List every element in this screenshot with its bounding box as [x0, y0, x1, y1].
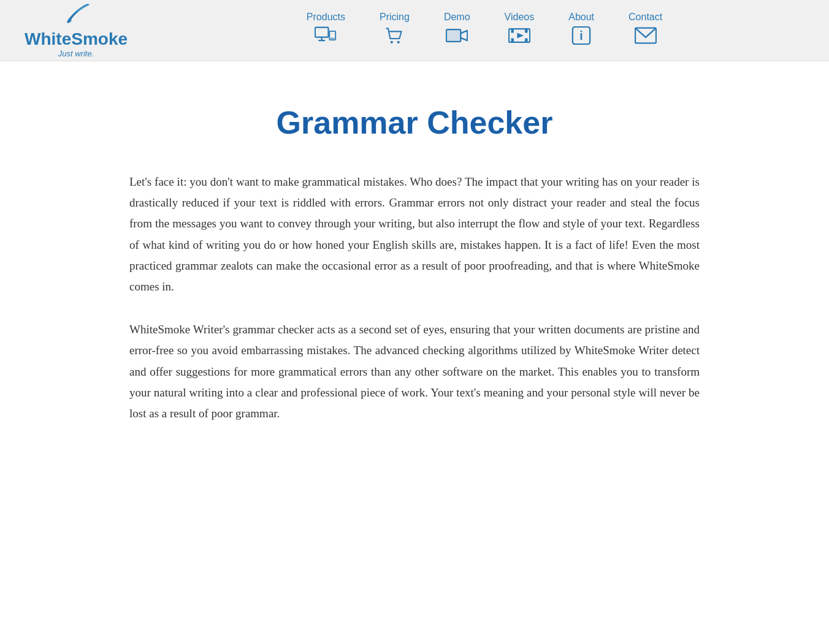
- nav-item-contact[interactable]: Contact: [611, 4, 679, 56]
- logo-name: WhiteSmoke: [25, 29, 128, 49]
- videos-icon: [508, 26, 530, 49]
- main-nav: Products Pricing: [164, 4, 804, 56]
- svg-text:i: i: [579, 29, 583, 42]
- logo-icon: [61, 2, 91, 27]
- svg-rect-13: [525, 39, 528, 42]
- site-header: WhiteSmoke Just write. Products Pricing: [0, 0, 829, 61]
- nav-item-pricing[interactable]: Pricing: [362, 4, 427, 56]
- svg-rect-12: [525, 29, 528, 32]
- demo-icon: [446, 26, 468, 49]
- svg-point-5: [391, 41, 393, 44]
- svg-rect-0: [315, 28, 329, 37]
- logo-tagline: Just write.: [58, 49, 94, 58]
- about-icon: i: [570, 26, 592, 49]
- svg-rect-7: [446, 29, 460, 42]
- paragraph-1: Let's face it: you don't want to make gr…: [129, 172, 700, 297]
- pricing-icon: [383, 26, 405, 49]
- svg-marker-14: [517, 33, 524, 39]
- contact-icon: [635, 26, 657, 49]
- nav-item-videos[interactable]: Videos: [487, 4, 552, 56]
- products-icon: [315, 26, 337, 45]
- paragraph-2: WhiteSmoke Writer's grammar checker acts…: [129, 319, 700, 424]
- svg-point-6: [397, 41, 400, 44]
- svg-rect-11: [511, 39, 514, 42]
- logo[interactable]: WhiteSmoke Just write.: [25, 2, 128, 58]
- page-title: Grammar Checker: [129, 104, 700, 141]
- svg-rect-10: [511, 29, 514, 32]
- nav-item-demo[interactable]: Demo: [427, 4, 487, 56]
- main-content: Grammar Checker Let's face it: you don't…: [93, 61, 736, 483]
- nav-item-products[interactable]: Products: [289, 4, 362, 56]
- nav-item-about[interactable]: About i: [551, 4, 611, 56]
